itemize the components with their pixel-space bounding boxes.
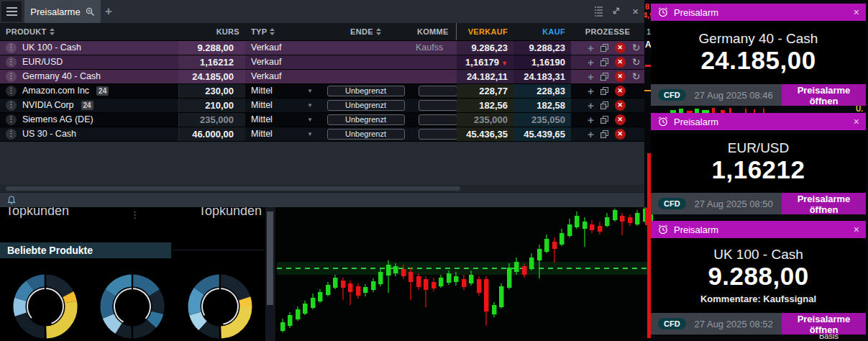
kurs-value-field[interactable]: 24.185,00 [178, 70, 245, 83]
kurs-value-field[interactable]: 1,16212 [178, 55, 245, 69]
table-row[interactable]: ⋮NVIDIA Corp24210,00Mittel▼Unbegrenzt182… [0, 99, 644, 113]
tab-preisalarme[interactable]: Preisalarme [24, 0, 101, 23]
verkauf-price[interactable]: 24.182,11 [457, 70, 513, 83]
typ-select[interactable]: Mittel▼ [245, 127, 320, 141]
col-header-ende[interactable]: ENDE [320, 23, 411, 40]
kommentar-input[interactable] [419, 100, 457, 111]
add-alert-icon[interactable]: + [588, 70, 594, 83]
open-price-alerts-button[interactable]: Preisalarme öffnen [782, 84, 866, 106]
chevron-down-icon[interactable]: ▼ [307, 127, 313, 141]
table-row[interactable]: ⋮Siemens AG (DE)235,000Mittel▼Unbegrenzt… [0, 113, 644, 127]
hamburger-menu-icon[interactable] [1, 1, 22, 22]
add-alert-icon[interactable]: + [588, 99, 594, 112]
panel-menu-icon[interactable]: ⋮ [130, 209, 140, 220]
duplicate-icon[interactable] [600, 87, 608, 95]
chevron-down-icon[interactable]: ▼ [307, 84, 313, 98]
add-alert-icon[interactable]: + [588, 55, 594, 69]
expand-window-icon[interactable] [611, 6, 623, 17]
table-row[interactable]: ⋮Germany 40 - Cash24.185,00Verkauf24.182… [0, 70, 644, 84]
refresh-alert-icon[interactable]: ↻ [632, 55, 641, 69]
duplicate-icon[interactable] [600, 101, 608, 109]
refresh-alert-icon[interactable]: ↻ [632, 41, 641, 55]
kurs-value-field[interactable]: 210,00 [178, 99, 245, 112]
close-icon[interactable]: × [854, 116, 859, 127]
delete-alert-icon[interactable]: ✕ [615, 42, 626, 53]
kommentar-cell [411, 113, 457, 127]
row-options-icon[interactable] [594, 6, 606, 17]
kauf-price[interactable]: 1,16190 [513, 55, 571, 69]
delete-alert-icon[interactable]: ✕ [615, 86, 626, 96]
chevron-down-icon[interactable]: ▼ [307, 113, 313, 127]
beliebte-produkte-label: Beliebte Produkte [7, 245, 93, 256]
kauf-price[interactable]: 24.183,31 [513, 70, 571, 83]
bell-icon[interactable] [7, 196, 16, 205]
row-menu-icon[interactable]: ⋮ [6, 86, 17, 96]
candlestick-chart[interactable] [277, 207, 653, 341]
kurs-value-field[interactable]: 9.288,00 [178, 41, 245, 55]
typ-select[interactable]: Mittel▼ [245, 99, 320, 112]
table-row[interactable]: ⋮EUR/USD1,16212Verkauf1,16179▼1,16190+✕↻ [0, 55, 644, 70]
table-row[interactable]: ⋮UK 100 - Cash9.288,00VerkaufKaufss9.286… [0, 41, 644, 55]
verkauf-price[interactable]: 228,77 [457, 84, 513, 98]
add-alert-icon[interactable]: + [588, 127, 594, 141]
add-alert-icon[interactable]: + [588, 41, 594, 55]
verkauf-price[interactable]: 235,000 [457, 113, 513, 127]
duplicate-icon[interactable] [600, 58, 608, 66]
delete-alert-icon[interactable]: ✕ [615, 71, 626, 82]
horizontal-scrollbar-thumb[interactable] [6, 186, 460, 191]
row-menu-icon[interactable]: ⋮ [6, 100, 17, 111]
verkauf-price[interactable]: 9.286,23 [457, 41, 513, 55]
open-price-alerts-button[interactable]: Preisalarme öffnen [782, 313, 866, 335]
open-price-alerts-button[interactable]: Preisalarme öffnen [782, 193, 866, 214]
add-alert-icon[interactable]: + [588, 84, 594, 98]
duplicate-icon[interactable] [600, 73, 608, 81]
close-icon[interactable]: × [854, 6, 859, 18]
table-row[interactable]: ⋮Amazon.com Inc24230,00Mittel▼Unbegrenzt… [0, 84, 644, 99]
kommentar-input[interactable] [419, 86, 457, 96]
verkauf-price[interactable]: 1,16179▼ [457, 55, 513, 69]
ende-cell: Unbegrenzt [320, 84, 411, 98]
col-header-typ[interactable]: TYP [245, 23, 320, 40]
unbegrenzt-button[interactable]: Unbegrenzt [327, 129, 405, 140]
kurs-value-field[interactable]: 235,000 [178, 113, 245, 127]
row-menu-icon[interactable]: ⋮ [6, 57, 17, 68]
add-alert-icon[interactable]: + [588, 113, 594, 127]
refresh-alert-icon[interactable]: ↻ [632, 70, 641, 83]
chevron-down-icon[interactable]: ▼ [307, 99, 313, 112]
close-icon[interactable]: × [854, 224, 859, 235]
add-tab-icon[interactable]: + [105, 4, 112, 19]
delete-alert-icon[interactable]: ✕ [615, 57, 626, 68]
table-row[interactable]: ⋮US 30 - Cash46.000,00Mittel▼Unbegrenzt4… [0, 127, 644, 142]
unbegrenzt-button[interactable]: Unbegrenzt [327, 114, 405, 125]
vertical-scrollbar-thumb[interactable] [267, 212, 273, 305]
unbegrenzt-button[interactable]: Unbegrenzt [327, 100, 405, 111]
verkauf-price[interactable]: 182,56 [457, 99, 513, 112]
kurs-value-field[interactable]: 230,00 [178, 84, 245, 98]
row-menu-icon[interactable]: ⋮ [6, 129, 17, 140]
delete-alert-icon[interactable]: ✕ [615, 129, 626, 140]
typ-select[interactable]: Mittel▼ [245, 84, 320, 98]
kurs-value-field[interactable]: 46.000,00 [178, 127, 245, 141]
kauf-price[interactable]: 228,83 [513, 84, 571, 98]
col-header-produkt[interactable]: PRODUKT [0, 23, 178, 40]
kommentar-input[interactable] [419, 114, 457, 125]
close-window-icon[interactable]: × [632, 5, 639, 17]
row-menu-icon[interactable]: ⋮ [6, 71, 17, 82]
typ-select[interactable]: Mittel▼ [245, 113, 320, 127]
kauf-price[interactable]: 45.439,65 [513, 127, 571, 141]
kommentar-input[interactable] [419, 129, 457, 140]
sort-icon [270, 28, 275, 35]
delete-alert-icon[interactable]: ✕ [615, 100, 626, 111]
instrument-name: EUR/USD [728, 140, 790, 156]
delete-alert-icon[interactable]: ✕ [615, 114, 626, 125]
duplicate-icon[interactable] [600, 44, 608, 52]
kauf-price[interactable]: 235,050 [513, 113, 571, 127]
kauf-price[interactable]: 182,58 [513, 99, 571, 112]
verkauf-price[interactable]: 45.436,35 [457, 127, 513, 141]
kauf-price[interactable]: 9.288,23 [513, 41, 571, 55]
row-menu-icon[interactable]: ⋮ [6, 114, 17, 125]
row-menu-icon[interactable]: ⋮ [6, 42, 17, 53]
duplicate-icon[interactable] [600, 116, 608, 124]
unbegrenzt-button[interactable]: Unbegrenzt [327, 86, 405, 96]
duplicate-icon[interactable] [600, 130, 608, 138]
